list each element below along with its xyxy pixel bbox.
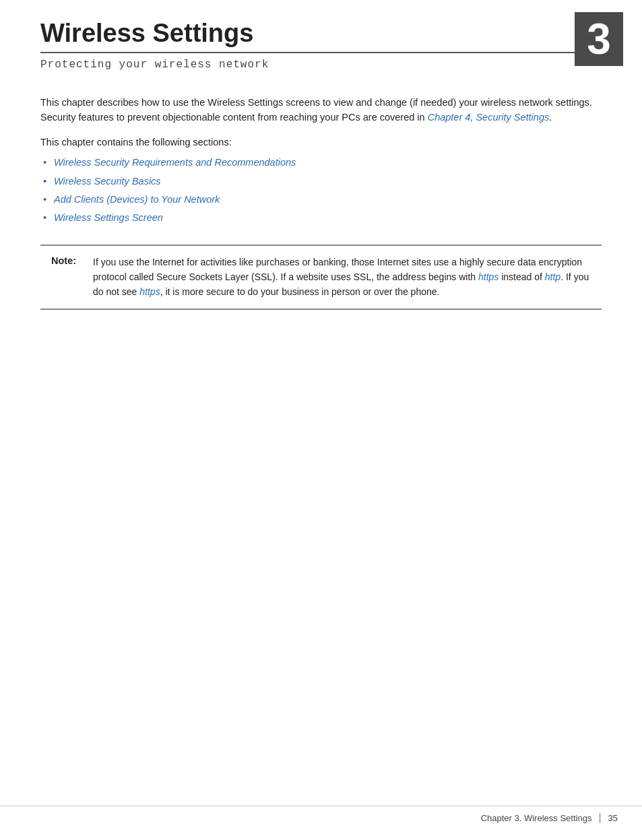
sections-intro-text: This chapter contains the following sect… [40, 135, 602, 150]
content-area: Wireless Settings Protecting your wirele… [0, 0, 642, 356]
note-https-2-link[interactable]: https [139, 286, 160, 297]
page-title: Wireless Settings [40, 19, 602, 53]
section-link-4[interactable]: Wireless Settings Screen [54, 212, 163, 223]
note-text-part4: , it is more secure to do your business … [160, 286, 440, 297]
page-container: 3 Wireless Settings Protecting your wire… [0, 0, 642, 840]
chapter-number: 3 [587, 14, 611, 64]
list-item[interactable]: Wireless Settings Screen [40, 210, 602, 226]
list-item[interactable]: Add Clients (Devices) to Your Network [40, 192, 602, 207]
page-subtitle: Protecting your wireless network [40, 59, 602, 71]
note-label: Note: [51, 255, 90, 266]
note-box: Note: If you use the Internet for activi… [40, 245, 602, 310]
note-text: If you use the Internet for activities l… [93, 255, 591, 299]
chapter4-link[interactable]: Chapter 4, Security Settings [428, 112, 550, 123]
body-text-after-link: . [549, 112, 552, 123]
page-footer: Chapter 3. Wireless Settings | 35 [0, 806, 642, 824]
section-link-1[interactable]: Wireless Security Requirements and Recom… [54, 157, 296, 168]
note-https-1-link[interactable]: https [478, 271, 499, 282]
footer-page-number: 35 [608, 813, 618, 823]
sections-list: Wireless Security Requirements and Recom… [40, 155, 602, 226]
note-content: Note: If you use the Internet for activi… [51, 255, 591, 299]
note-text-part2: instead of [499, 271, 545, 282]
footer-separator: | [598, 812, 601, 824]
body-paragraph-1: This chapter describes how to use the Wi… [40, 95, 602, 125]
list-item[interactable]: Wireless Security Basics [40, 174, 602, 189]
footer-chapter-label: Chapter 3. Wireless Settings [481, 813, 592, 823]
section-link-2[interactable]: Wireless Security Basics [54, 176, 161, 187]
note-http-link[interactable]: http [545, 271, 560, 282]
chapter-number-badge: 3 [575, 12, 623, 66]
list-item[interactable]: Wireless Security Requirements and Recom… [40, 155, 602, 170]
section-link-3[interactable]: Add Clients (Devices) to Your Network [54, 194, 220, 205]
